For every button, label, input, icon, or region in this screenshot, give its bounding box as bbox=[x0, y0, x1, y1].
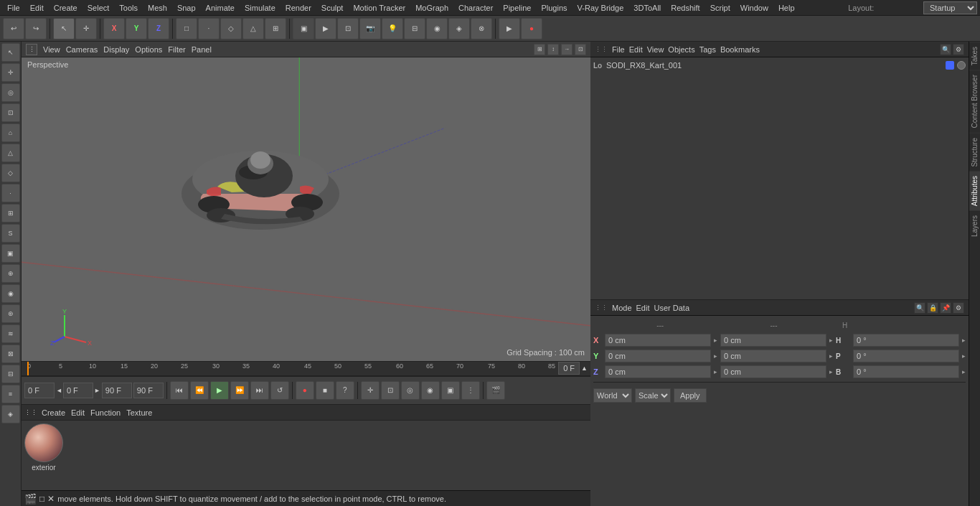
menu-file[interactable]: File bbox=[3, 2, 24, 14]
attr-pin-icon[interactable]: 📌 bbox=[940, 302, 951, 314]
viewport-maximize-btn[interactable]: ⊡ bbox=[575, 44, 586, 55]
attr-userdata-tab[interactable]: User Data bbox=[654, 304, 690, 312]
render-region-button[interactable]: ▣ bbox=[293, 18, 314, 39]
viewport-options-menu[interactable]: Options bbox=[135, 45, 162, 54]
attr-h-val[interactable] bbox=[853, 334, 959, 347]
go-end-button[interactable]: ⏭ bbox=[250, 381, 269, 400]
om-objects-tab[interactable]: Objects bbox=[668, 45, 694, 54]
menu-character[interactable]: Character bbox=[454, 2, 497, 14]
apply-button[interactable]: Apply bbox=[674, 388, 707, 403]
left-special-tool[interactable]: ◈ bbox=[1, 405, 20, 423]
stop-button[interactable]: ■ bbox=[316, 381, 334, 400]
z-axis-button[interactable]: Z bbox=[148, 18, 169, 39]
start-frame-next[interactable]: ► bbox=[94, 387, 100, 394]
edge-mode-button[interactable]: ◇ bbox=[220, 18, 242, 39]
floor-button[interactable]: ⊟ bbox=[404, 18, 425, 39]
attr-edit-tab[interactable]: Edit bbox=[636, 304, 650, 312]
vtab-content-browser[interactable]: Content Browser bbox=[969, 70, 980, 132]
next-frame-button[interactable]: ⏩ bbox=[230, 381, 249, 400]
attr-x-arrow[interactable]: ▸ bbox=[714, 337, 717, 344]
select-tool-button[interactable]: ↖ bbox=[53, 18, 75, 39]
left-check-tool[interactable]: ⊠ bbox=[1, 345, 20, 363]
viewport-view-menu[interactable]: View bbox=[43, 45, 60, 54]
left-grid-tool[interactable]: ▣ bbox=[1, 244, 20, 263]
anim-button[interactable]: ▶ bbox=[499, 18, 520, 39]
help-button[interactable]: ? bbox=[336, 381, 354, 400]
menu-snap[interactable]: Snap bbox=[173, 2, 200, 14]
attr-z-pos[interactable] bbox=[605, 365, 711, 378]
left-target-tool[interactable]: ◉ bbox=[1, 284, 20, 303]
left-scale-tool[interactable]: ⊡ bbox=[1, 103, 20, 122]
point-mode-button[interactable]: · bbox=[198, 18, 220, 39]
viewport-ctrl-1[interactable]: ⊞ bbox=[534, 44, 545, 55]
left-move-tool[interactable]: ✛ bbox=[1, 63, 20, 82]
status-window-icon[interactable]: □ bbox=[39, 494, 44, 504]
scale-select[interactable]: Scale Size bbox=[635, 388, 671, 403]
layout-select[interactable]: Startup Standard bbox=[923, 1, 977, 14]
om-search-icon[interactable]: 🔍 bbox=[940, 44, 951, 55]
attr-z-arrow2[interactable]: ▸ bbox=[829, 368, 833, 375]
left-add-tool[interactable]: ⊕ bbox=[1, 264, 20, 283]
om-settings-icon[interactable]: ⚙ bbox=[953, 44, 964, 55]
go-start-button[interactable]: ⏮ bbox=[170, 381, 189, 400]
attr-p-arrow[interactable]: ▸ bbox=[962, 352, 966, 360]
om-tags-tab[interactable]: Tags bbox=[699, 45, 716, 54]
om-object-row[interactable]: Lo SODI_RX8_Kart_001 bbox=[590, 57, 969, 73]
vtab-structure[interactable]: Structure bbox=[969, 133, 980, 172]
menu-simulate[interactable]: Simulate bbox=[240, 2, 280, 14]
viewport-panel-menu[interactable]: Panel bbox=[192, 45, 212, 54]
loop-button[interactable]: ↺ bbox=[270, 381, 289, 400]
uv-mode-button[interactable]: ⊞ bbox=[265, 18, 286, 39]
material-create-menu[interactable]: Create bbox=[42, 408, 65, 417]
start-frame-input[interactable] bbox=[24, 383, 55, 398]
attr-y-pos[interactable] bbox=[605, 350, 711, 362]
menu-tools[interactable]: Tools bbox=[115, 2, 142, 14]
vtab-layers[interactable]: Layers bbox=[969, 210, 980, 241]
tc-grid-btn[interactable]: ▣ bbox=[441, 381, 460, 400]
attr-b-arrow[interactable]: ▸ bbox=[962, 368, 966, 375]
poly-mode-button[interactable]: △ bbox=[242, 18, 264, 39]
attr-x-pos[interactable] bbox=[605, 334, 711, 347]
undo-button[interactable]: ↩ bbox=[3, 18, 24, 39]
mirror-button[interactable]: ⊗ bbox=[471, 18, 492, 39]
menu-help[interactable]: Help bbox=[774, 2, 799, 14]
viewport-ctrl-3[interactable]: → bbox=[561, 44, 573, 55]
left-minus-tool[interactable]: ⊟ bbox=[1, 365, 20, 383]
attr-search-icon[interactable]: 🔍 bbox=[914, 302, 925, 314]
menu-vray[interactable]: V-Ray Bridge bbox=[573, 2, 628, 14]
menu-motion-tracker[interactable]: Motion Tracker bbox=[349, 2, 410, 14]
material-thumbnail[interactable] bbox=[24, 423, 63, 462]
materials-button[interactable]: ◈ bbox=[448, 18, 470, 39]
om-edit-tab[interactable]: Edit bbox=[629, 45, 643, 54]
tc-scale-btn[interactable]: ⊡ bbox=[381, 381, 400, 400]
left-edge-tool[interactable]: ◇ bbox=[1, 164, 20, 182]
viewport-ctrl-2[interactable]: ↕ bbox=[547, 44, 559, 55]
attr-p-val[interactable] bbox=[853, 350, 959, 362]
left-select-tool[interactable]: ↖ bbox=[1, 43, 20, 62]
om-view-tab[interactable]: View bbox=[647, 45, 664, 54]
attr-z-arrow[interactable]: ▸ bbox=[714, 368, 717, 375]
material-texture-menu[interactable]: Texture bbox=[126, 408, 152, 417]
cam-button[interactable]: 📷 bbox=[359, 18, 381, 39]
menu-select[interactable]: Select bbox=[83, 2, 114, 14]
om-bookmarks-tab[interactable]: Bookmarks bbox=[720, 45, 760, 54]
preview-end-input[interactable] bbox=[133, 383, 164, 398]
sky-button[interactable]: ◉ bbox=[426, 18, 448, 39]
status-film-icon[interactable]: 🎬 bbox=[24, 493, 37, 505]
viewport-canvas[interactable]: Perspective bbox=[22, 57, 590, 361]
prev-frame-button[interactable]: ⏪ bbox=[190, 381, 209, 400]
left-list-tool[interactable]: ≡ bbox=[1, 385, 20, 403]
menu-animate[interactable]: Animate bbox=[202, 2, 239, 14]
record-button[interactable]: ● bbox=[296, 381, 314, 400]
viewport-cameras-menu[interactable]: Cameras bbox=[66, 45, 98, 54]
viewport[interactable]: ⋮ View Cameras Display Options Filter Pa… bbox=[22, 42, 590, 361]
tc-film-btn[interactable]: 🎬 bbox=[486, 381, 505, 400]
left-point-tool[interactable]: · bbox=[1, 184, 20, 202]
play-button[interactable]: ▶ bbox=[210, 381, 229, 400]
menu-script[interactable]: Script bbox=[706, 2, 735, 14]
om-visibility-dot[interactable] bbox=[957, 61, 966, 70]
left-rotate-tool[interactable]: ◎ bbox=[1, 83, 20, 102]
render-view-button[interactable]: ▶ bbox=[315, 18, 336, 39]
left-obj-tool[interactable]: ⌂ bbox=[1, 123, 20, 142]
tc-target-btn[interactable]: ◉ bbox=[421, 381, 440, 400]
